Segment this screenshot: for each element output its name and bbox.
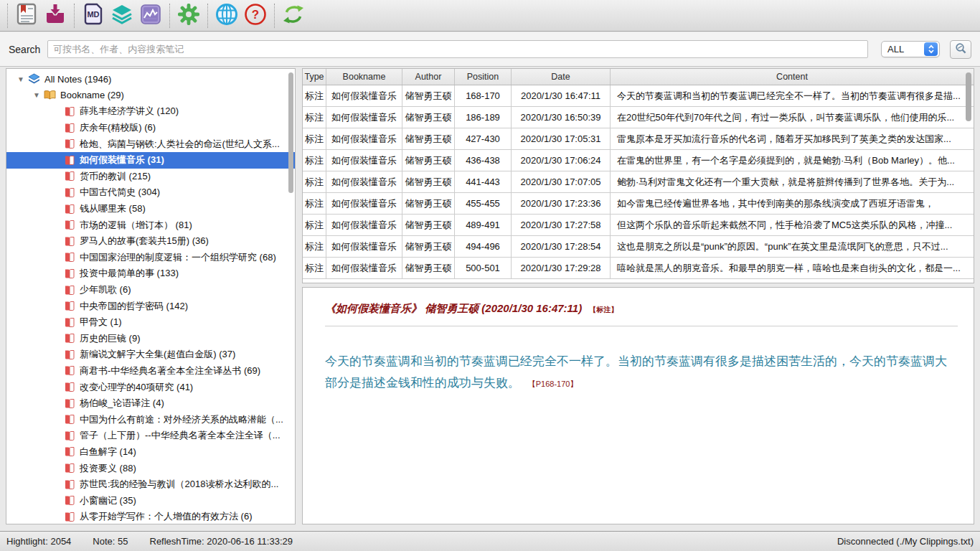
column-header-type[interactable]: Type [303, 69, 326, 85]
cell-date: 2020/1/30 16:47:11 [512, 85, 611, 106]
sidebar-item-book[interactable]: 薛兆丰经济学讲义 (120) [6, 103, 295, 120]
sidebar-item-all-notes[interactable]: ▼ All Notes (1946) [6, 71, 295, 88]
column-header-date[interactable]: Date [512, 69, 611, 85]
settings-button[interactable] [174, 1, 203, 30]
sidebar-item-book[interactable]: 苏世民:我的经验与教训（2018读桥水达利欧的... [6, 476, 295, 493]
cell-content: 鲍勃·马利对雷鬼文化还有一个重大贡献，就是将脏辫传播到了世界各地。关于为... [611, 171, 974, 192]
cell-author: 储智勇王硕 [402, 236, 455, 257]
markdown-file-icon: MD [81, 2, 105, 29]
sidebar-item-book[interactable]: 庆余年(精校版) (6) [6, 120, 295, 136]
sidebar-item-book[interactable]: 少年凯歌 (6) [6, 282, 295, 298]
sidebar-item-book[interactable]: 钱从哪里来 (58) [6, 201, 295, 217]
column-header-position[interactable]: Position [455, 69, 512, 85]
column-header-bookname[interactable]: Bookname [326, 69, 402, 85]
table-row[interactable]: 标注 如何假装懂音乐 储智勇王硕 494-496 2020/1/30 17:28… [303, 236, 974, 258]
disclosure-triangle-icon[interactable]: ▼ [32, 91, 41, 99]
red-book-icon [64, 430, 75, 441]
sidebar-item-book[interactable]: 投资要义 (88) [6, 460, 295, 476]
layers-button[interactable] [108, 1, 136, 30]
cell-position: 455-455 [455, 193, 512, 214]
table-row[interactable]: 标注 如何假装懂音乐 储智勇王硕 436-438 2020/1/30 17:06… [303, 150, 974, 171]
filter-dropdown[interactable]: ALL [881, 41, 940, 57]
sidebar-item-book[interactable]: 管子（上下册）--中华经典名著全本全注全译（... [6, 428, 295, 444]
search-input[interactable] [47, 40, 868, 58]
refresh-button[interactable] [279, 1, 308, 30]
cell-bookname: 如何假装懂音乐 [326, 171, 402, 192]
markdown-export-button[interactable]: MD [79, 1, 108, 30]
sidebar-item-label: 商君书-中华经典名著全本全注全译丛书 (69) [80, 364, 260, 377]
status-refresh-time: RefleshTime: 2020-06-16 11:33:29 [150, 536, 293, 547]
column-header-author[interactable]: Author [402, 69, 455, 85]
sidebar-item-book[interactable]: 甲骨文 (1) [6, 314, 295, 331]
sidebar-item-label: 从零开始学写作：个人增值的有效方法 (6) [80, 510, 253, 523]
sidebar-item-label: 罗马人的故事(套装共15册) (36) [80, 235, 209, 248]
search-go-button[interactable] [950, 40, 971, 59]
web-button[interactable] [212, 1, 241, 30]
table-row[interactable]: 标注 如何假装懂音乐 储智勇王硕 427-430 2020/1/30 17:05… [303, 128, 974, 150]
table-row[interactable]: 标注 如何假装懂音乐 储智勇王硕 186-189 2020/1/30 16:50… [303, 107, 974, 128]
sidebar-item-book[interactable]: 货币的教训 (215) [6, 169, 295, 185]
search-label: Search [9, 44, 40, 55]
table-row[interactable]: 标注 如何假装懂音乐 储智勇王硕 500-501 2020/1/30 17:29… [303, 258, 974, 279]
question-icon: ? [243, 2, 268, 29]
red-book-icon [64, 204, 75, 215]
notes-icon [14, 2, 39, 29]
globe-icon [215, 2, 239, 29]
cell-date: 2020/1/30 17:23:36 [512, 193, 611, 214]
sidebar-item-book[interactable]: 罗马人的故事(套装共15册) (36) [6, 233, 295, 250]
cell-author: 储智勇王硕 [402, 85, 455, 106]
cell-date: 2020/1/30 17:29:28 [512, 258, 611, 278]
detail-divider [325, 326, 958, 326]
table-row[interactable]: 标注 如何假装懂音乐 储智勇王硕 489-491 2020/1/30 17:27… [303, 215, 974, 236]
sidebar-item-label: 中央帝国的哲学密码 (142) [80, 300, 188, 313]
cell-date: 2020/1/30 17:07:05 [512, 171, 611, 192]
sidebar-item-book[interactable]: 中国为什么有前途：对外经济关系的战略潜能（... [6, 411, 295, 428]
refresh-sync-icon [281, 2, 306, 29]
table-row[interactable]: 标注 如何假装懂音乐 储智勇王硕 441-443 2020/1/30 17:07… [303, 171, 974, 193]
toolbar-separator [169, 4, 170, 28]
import-button[interactable] [41, 1, 70, 30]
cell-content: 但这两个乐队的音乐听起来截然不同，性手枪沿袭了MC5这类乐队的风格，冲撞... [611, 215, 974, 235]
sidebar-item-bookname-group[interactable]: ▼ Bookname (29) [6, 88, 295, 104]
sidebar-scrollbar[interactable] [288, 72, 293, 193]
sidebar-item-book[interactable]: 中国国家治理的制度逻辑：一个组织学研究 (68) [6, 250, 295, 266]
toolbar-separator [207, 4, 208, 28]
sidebar-item-book[interactable]: 投资中最简单的事 (133) [6, 265, 295, 282]
column-header-content[interactable]: Content [611, 69, 974, 85]
sidebar-item-book[interactable]: 枪炮、病菌与钢铁:人类社会的命运(世纪人文系... [6, 136, 295, 152]
stats-button[interactable] [136, 1, 165, 30]
sidebar-item-book[interactable]: 杨伯峻_论语译注 (4) [6, 395, 295, 412]
cell-content: 雷鬼原本是牙买加流行音乐的代名词，随着牙买加移民到了英美之类的发达国家... [611, 128, 974, 149]
help-button[interactable]: ? [241, 1, 270, 30]
cell-position: 441-443 [455, 171, 512, 192]
red-book-icon [64, 106, 75, 117]
notes-button[interactable] [12, 1, 41, 30]
table-scrollbar[interactable] [966, 72, 971, 121]
table-row[interactable]: 标注 如何假装懂音乐 储智勇王硕 455-455 2020/1/30 17:23… [303, 193, 974, 215]
cell-date: 2020/1/30 17:06:24 [512, 150, 611, 171]
sidebar-item-book[interactable]: 历史的巨镜 (9) [6, 331, 295, 347]
open-book-icon [44, 90, 56, 100]
disclosure-triangle-icon[interactable]: ▼ [17, 75, 25, 83]
red-book-icon [64, 463, 75, 474]
cell-date: 2020/1/30 17:05:31 [512, 128, 611, 149]
sidebar-item-label: 枪炮、病菌与钢铁:人类社会的命运(世纪人文系... [80, 138, 280, 151]
red-book-icon [64, 349, 75, 360]
sidebar-item-book[interactable]: 白鱼解字 (14) [6, 444, 295, 461]
sidebar-item-label: 苏世民:我的经验与教训（2018读桥水达利欧的... [80, 478, 278, 491]
sidebar-item-book[interactable]: 中国古代简史 (304) [6, 184, 295, 201]
sidebar-item-book[interactable]: 市场的逻辑（增订本） (81) [6, 217, 295, 233]
cell-content: 在20世纪50年代到70年代之间，有过一类乐队，叫节奏蓝调乐队，他们使用的乐..… [611, 107, 974, 128]
table-row[interactable]: 标注 如何假装懂音乐 储智勇王硕 168-170 2020/1/30 16:47… [303, 85, 974, 107]
sidebar-item-book[interactable]: 改变心理学的40项研究 (41) [6, 379, 295, 395]
sidebar-item-label: 小窗幽记 (35) [80, 494, 136, 507]
sidebar-item-book[interactable]: 中央帝国的哲学密码 (142) [6, 298, 295, 314]
sidebar-item-book[interactable]: 新编说文解字大全集(超值白金版) (37) [6, 347, 295, 363]
sidebar-item-book[interactable]: 从零开始学写作：个人增值的有效方法 (6) [6, 509, 295, 524]
sidebar-item-label: 薛兆丰经济学讲义 (120) [80, 105, 179, 118]
sidebar-item-book[interactable]: 商君书-中华经典名著全本全注全译丛书 (69) [6, 363, 295, 380]
sidebar-item-book[interactable]: 小窗幽记 (35) [6, 492, 295, 509]
book-tree: ▼ All Notes (1946) ▼ Bookname [6, 69, 295, 524]
svg-text:MD: MD [87, 10, 99, 19]
sidebar-item-book[interactable]: 如何假装懂音乐 (31) [6, 152, 295, 169]
